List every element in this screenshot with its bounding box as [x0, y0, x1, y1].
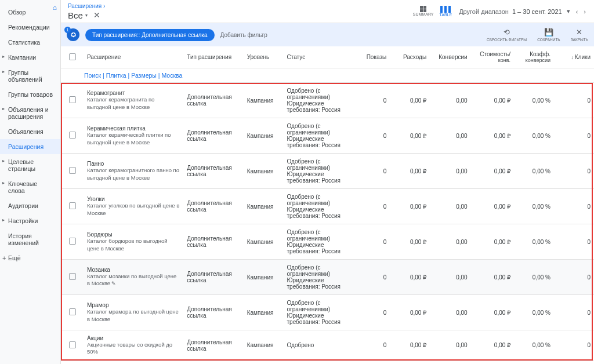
- cell-conversions: 0,00: [430, 83, 471, 118]
- view-table-button[interactable]: TABLE: [439, 6, 452, 17]
- sort-down-icon: ↓: [571, 54, 574, 60]
- add-filter-button[interactable]: Добавить фильтр: [220, 32, 267, 38]
- toolbar-сохранить[interactable]: 💾СОХРАНИТЬ: [537, 28, 560, 42]
- filter-bar: ✪ 1 Тип расширения:: Дополнительная ссыл…: [61, 23, 594, 46]
- filter-chip[interactable]: Тип расширения:: Дополнительная ссылка: [85, 29, 215, 41]
- cell-level: Кампания: [244, 330, 284, 361]
- cell-impressions: 0: [350, 260, 390, 295]
- row-checkbox[interactable]: [69, 308, 76, 315]
- scope-label: Все: [68, 10, 83, 20]
- cell-level: Кампания: [244, 83, 284, 118]
- extension-title[interactable]: Бордюры: [87, 231, 180, 238]
- sidebar-item-расширения[interactable]: Расширения: [0, 139, 60, 154]
- toolbar-закрыть[interactable]: ✕ЗАКРЫТЬ: [571, 28, 588, 42]
- tool-icon: 💾: [544, 28, 553, 37]
- col-type[interactable]: Тип расширения: [183, 46, 243, 68]
- breadcrumb[interactable]: Расширения ›: [68, 3, 105, 9]
- date-range-value: 1 – 30 сент. 2021: [512, 8, 562, 15]
- col-cost-per-conv[interactable]: Стоимость/конв.: [471, 46, 514, 68]
- extension-title[interactable]: Мрамор: [87, 302, 180, 308]
- sidebar-item-объявления-и-расширения[interactable]: Объявления и расширения: [0, 102, 60, 124]
- row-checkbox[interactable]: [69, 167, 76, 174]
- cell-clicks: 0: [554, 295, 594, 330]
- extension-title[interactable]: Панно: [87, 161, 180, 167]
- main: Расширения › Все ▾ ✕ SUMMARY TABLE: [61, 0, 594, 364]
- cell-cpc: 0,00 ₽: [471, 295, 514, 330]
- cell-cpc: 0,00 ₽: [471, 83, 514, 118]
- col-level[interactable]: Уровень: [244, 46, 284, 68]
- cell-conversions: 0,00: [430, 118, 471, 154]
- sidebar-item-целевые-страницы[interactable]: Целевые страницы: [0, 154, 60, 176]
- col-impressions[interactable]: Показы: [350, 46, 390, 68]
- group-header[interactable]: Поиск | Плитка | Размеры | Москва: [61, 68, 594, 83]
- cell-type: Дополнительная ссылка: [183, 260, 243, 295]
- prev-arrow-icon[interactable]: ‹: [575, 8, 579, 15]
- extension-desc: Каталог керамической плитки по выгодной …: [87, 132, 180, 146]
- cell-clicks: 0: [554, 154, 594, 189]
- cell-clicks: 0: [554, 224, 594, 260]
- topbar: Расширения › Все ▾ ✕ SUMMARY TABLE: [61, 0, 594, 23]
- col-conversions[interactable]: Конверсии: [430, 46, 471, 68]
- extension-title[interactable]: Акции: [87, 335, 180, 341]
- filter-icon[interactable]: ✪ 1: [67, 28, 79, 41]
- col-status[interactable]: Статус: [284, 46, 350, 68]
- sidebar-item-история-изменений[interactable]: История изменений: [0, 228, 60, 250]
- select-all-checkbox[interactable]: [69, 53, 76, 60]
- cell-level: Кампания: [244, 118, 284, 154]
- sidebar-item-ключевые-слова[interactable]: Ключевые слова: [0, 176, 60, 198]
- cell-cpc: 0,00 ₽: [471, 118, 514, 154]
- cell-impressions: 0: [350, 118, 390, 154]
- sidebar-item-рекомендации[interactable]: Рекомендации: [0, 20, 60, 35]
- sidebar-item-ещё[interactable]: Ещё: [0, 250, 60, 265]
- cell-clicks: 0: [554, 330, 594, 361]
- col-extension[interactable]: Расширение: [84, 46, 183, 68]
- row-checkbox[interactable]: [69, 238, 76, 245]
- edit-icon[interactable]: ✎: [111, 281, 116, 286]
- sidebar-item-настройки[interactable]: Настройки: [0, 213, 60, 228]
- col-cost[interactable]: Расходы: [390, 46, 430, 68]
- cell-cpc: 0,00 ₽: [471, 224, 514, 260]
- row-checkbox[interactable]: [69, 132, 76, 139]
- sidebar-item-группы-товаров[interactable]: Группы товаров: [0, 87, 60, 102]
- col-conv-rate[interactable]: Коэфф.конверсии: [514, 46, 554, 68]
- row-checkbox[interactable]: [69, 202, 76, 209]
- extension-title[interactable]: Уголки: [87, 196, 180, 202]
- extension-title[interactable]: Мозаика: [87, 267, 180, 273]
- date-range-picker[interactable]: Другой диапазон 1 – 30 сент. 2021 ▾ ‹ ›: [459, 8, 587, 15]
- cell-cost: 0,00 ₽: [390, 118, 430, 154]
- cell-cost: 0,00 ₽: [390, 330, 430, 361]
- sidebar-item-кампании[interactable]: Кампании: [0, 50, 60, 65]
- cell-conversions: 0,00: [430, 295, 471, 330]
- extension-desc: Акционные товары со скидкой до 50%: [87, 341, 180, 356]
- extension-title[interactable]: Керамогранит: [87, 90, 180, 96]
- cell-impressions: 0: [350, 83, 390, 118]
- sidebar-item-статистика[interactable]: Статистика: [0, 35, 60, 50]
- view-summary-label: SUMMARY: [413, 12, 434, 16]
- date-range-label: Другой диапазон: [459, 8, 509, 15]
- table-row: АкцииАкционные товары со скидкой до 50%Д…: [61, 330, 594, 361]
- cell-conversions: 0,00: [430, 224, 471, 260]
- view-summary-button[interactable]: SUMMARY: [413, 6, 434, 17]
- table-icon: [440, 6, 451, 13]
- row-checkbox[interactable]: [69, 341, 76, 348]
- sidebar-item-обзор[interactable]: Обзор: [0, 5, 60, 20]
- cell-level: Кампания: [244, 154, 284, 189]
- sidebar-item-объявления[interactable]: Объявления: [0, 124, 60, 139]
- toolbar-сбросить-фильтры[interactable]: ⟲СБРОСИТЬ ФИЛЬТРЫ: [487, 28, 527, 42]
- cell-status: Одобрено (с ограничениями) Юридические т…: [284, 295, 350, 330]
- close-icon[interactable]: ✕: [93, 10, 100, 20]
- group-header[interactable]: Поиск | Плитка | Динамические | Москва: [61, 361, 594, 364]
- row-checkbox[interactable]: [69, 96, 76, 103]
- next-arrow-icon[interactable]: ›: [582, 8, 587, 15]
- cell-clicks: 0: [554, 118, 594, 154]
- table-row: БордюрыКаталог бордюров по выгодной цене…: [61, 224, 594, 260]
- row-checkbox[interactable]: [69, 273, 76, 280]
- sidebar: ⌂ ОбзорРекомендацииСтатистикаКампанииГру…: [0, 0, 61, 364]
- sidebar-item-аудитории[interactable]: Аудитории: [0, 198, 60, 213]
- extension-desc: Каталог керамогранитного панно по выгодн…: [87, 167, 180, 181]
- col-clicks[interactable]: ↓Клики: [554, 46, 594, 68]
- scope-dropdown[interactable]: Все ▾ ✕: [68, 10, 105, 20]
- cell-level: Кампания: [244, 295, 284, 330]
- sidebar-item-группы-объявлений[interactable]: Группы объявлений: [0, 65, 60, 87]
- extension-title[interactable]: Керамическая плитка: [87, 125, 180, 132]
